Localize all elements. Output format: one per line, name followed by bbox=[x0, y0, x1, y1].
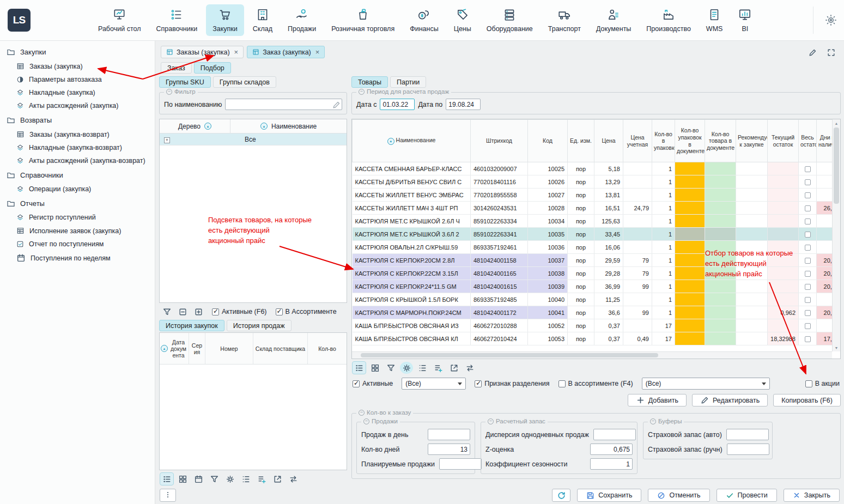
status-select[interactable]: (Все) bbox=[402, 378, 466, 390]
stock-checkbox[interactable] bbox=[805, 336, 811, 342]
sidebar-item[interactable]: Заказы (закупка) bbox=[0, 59, 155, 73]
active-f6-checkbox[interactable]: Активные (F6) bbox=[212, 308, 267, 315]
collapse-icon[interactable] bbox=[359, 410, 365, 416]
module-tab-finance[interactable]: Финансы bbox=[403, 4, 445, 36]
left-tab-1[interactable]: Группы складов bbox=[213, 76, 276, 88]
history-column-header[interactable]: Номер bbox=[205, 333, 253, 364]
column-header-recommended[interactable]: Рекомендуемое к закупке bbox=[736, 120, 768, 162]
history-list-button[interactable] bbox=[160, 473, 173, 485]
name-filter-input[interactable] bbox=[225, 99, 342, 110]
collapse-all-icon[interactable] bbox=[176, 306, 189, 318]
sidebar-item[interactable]: Акты расхождений (закупка) bbox=[0, 99, 155, 112]
sales-input-2[interactable] bbox=[439, 458, 482, 470]
product-row[interactable]: КАССЕТЫ ЖИЛЛЕТТ ВЕНУС ЭМБРАС770201895555… bbox=[353, 189, 839, 202]
close-tab-icon[interactable]: × bbox=[234, 48, 239, 56]
module-tab-equipment[interactable]: Оборудование bbox=[480, 4, 539, 36]
scroll-up-icon[interactable]: ▲ bbox=[833, 119, 840, 127]
stock-checkbox[interactable] bbox=[805, 232, 811, 238]
column-header-price[interactable]: Цена bbox=[594, 120, 623, 162]
date-from-input[interactable] bbox=[380, 99, 415, 110]
collapse-icon[interactable] bbox=[488, 418, 494, 424]
history-numlist-button[interactable] bbox=[239, 473, 252, 485]
refresh-button[interactable] bbox=[552, 489, 570, 502]
menu-button[interactable] bbox=[160, 489, 176, 502]
calc-input-2[interactable] bbox=[590, 458, 633, 470]
sidebar-item[interactable]: Отчет по поступлениям bbox=[0, 238, 155, 251]
product-row[interactable]: КАСТРЮЛЯ МЕТ.С КРЫШКОЙ 3.6Л 285910222633… bbox=[353, 228, 839, 241]
module-tab-transport[interactable]: Транспорт bbox=[542, 4, 587, 36]
table-addlist-button[interactable] bbox=[432, 362, 445, 374]
add-button[interactable]: Добавить bbox=[628, 394, 687, 406]
stock-checkbox[interactable] bbox=[805, 245, 811, 251]
sidebar-item[interactable]: Исполнение заявок (закупка) bbox=[0, 224, 155, 238]
module-tab-warehouse[interactable]: Склад bbox=[246, 4, 279, 36]
horizontal-scrollbar[interactable] bbox=[352, 351, 832, 359]
expand-node-icon[interactable]: + bbox=[164, 137, 170, 143]
assortment-select[interactable]: (Все) bbox=[642, 378, 770, 390]
stock-checkbox[interactable] bbox=[805, 310, 811, 316]
sidebar-group-1[interactable]: Возвраты bbox=[0, 112, 155, 127]
sort-icon[interactable]: ▲ bbox=[204, 123, 211, 130]
sidebar-group-2[interactable]: Справочники bbox=[0, 167, 155, 183]
history-export-button[interactable] bbox=[271, 473, 284, 485]
filter-icon[interactable] bbox=[160, 306, 173, 318]
collapse-icon[interactable] bbox=[166, 89, 172, 95]
name-column-header[interactable]: ▲ Наименование bbox=[230, 119, 347, 133]
column-header-name[interactable]: ▲ Наименование bbox=[353, 120, 471, 162]
sidebar-item[interactable]: Регистр поступлений bbox=[0, 211, 155, 224]
column-header-pack_qty[interactable]: Кол-во в упаковке bbox=[652, 120, 675, 162]
history-column-header[interactable]: Склад поставщика bbox=[253, 333, 308, 364]
table-swap-button[interactable] bbox=[463, 362, 476, 374]
product-row[interactable]: КАСТРЮЛЯ С КРЫШКОЙ 1.5Л БОРК869335719248… bbox=[353, 293, 839, 306]
tree-row-all[interactable]: + Все bbox=[160, 133, 347, 145]
close-button[interactable]: Закрыть bbox=[784, 489, 840, 502]
column-header-code[interactable]: Код bbox=[528, 120, 568, 162]
scrollbar-thumb[interactable] bbox=[361, 353, 658, 357]
stock-checkbox[interactable] bbox=[805, 205, 811, 211]
copy-button[interactable]: Копировать (F6) bbox=[773, 394, 841, 406]
stock-checkbox[interactable] bbox=[805, 179, 811, 185]
history-column-header[interactable]: Серия bbox=[189, 333, 205, 364]
stock-checkbox[interactable] bbox=[805, 258, 811, 264]
edit-button[interactable]: Редактировать bbox=[692, 394, 768, 406]
module-tab-wms[interactable]: WMS bbox=[700, 4, 730, 36]
module-tab-bi[interactable]: BI bbox=[731, 4, 758, 36]
table-export-button[interactable] bbox=[447, 362, 460, 374]
column-header-current_stock[interactable]: Текущий остаток bbox=[768, 120, 799, 162]
history-calendar-button[interactable] bbox=[192, 473, 205, 485]
sort-icon[interactable]: ▲ bbox=[161, 345, 168, 352]
history-swap-button[interactable] bbox=[287, 473, 300, 485]
stock-checkbox[interactable] bbox=[805, 192, 811, 198]
stock-checkbox[interactable] bbox=[805, 323, 811, 329]
sales-input-0[interactable] bbox=[428, 429, 470, 440]
history-column-header[interactable]: ▲Дата документа bbox=[160, 333, 189, 364]
assortment-f4-checkbox[interactable]: В ассортименте (F4) bbox=[558, 380, 633, 387]
stock-checkbox[interactable] bbox=[805, 218, 811, 224]
column-header-barcode[interactable]: Штрихкод bbox=[471, 120, 528, 162]
column-header-whole_stock[interactable]: Весь остаток bbox=[799, 120, 817, 162]
table-list-button[interactable] bbox=[353, 362, 366, 374]
history-addlist-button[interactable] bbox=[255, 473, 268, 485]
product-row[interactable]: КАША Б/ПР.БЫСТРОВ ОВСЯНАЯ КЛ460627201042… bbox=[353, 332, 839, 345]
history-tab-1[interactable]: История продаж bbox=[227, 320, 292, 331]
right-tab-0[interactable]: Товары bbox=[351, 76, 388, 88]
sidebar-group-0[interactable]: Закупки bbox=[0, 44, 155, 59]
table-grid-button[interactable] bbox=[368, 362, 381, 374]
module-tab-purchases[interactable]: Закупки bbox=[206, 4, 244, 36]
promo-checkbox[interactable]: В акции bbox=[805, 380, 840, 387]
product-row[interactable]: КАСТРЮЛЯ С КЕР.ПОКР.20СМ 2.8Л48104240011… bbox=[353, 254, 839, 267]
post-button[interactable]: Провести bbox=[717, 489, 777, 502]
close-tab-icon[interactable]: × bbox=[315, 48, 320, 56]
stock-checkbox[interactable] bbox=[805, 284, 811, 290]
doc-tab-1[interactable]: Заказ (закупка)× bbox=[247, 46, 325, 58]
product-row[interactable]: КАША Б/ПР.БЫСТРОВ ОВСЯНАЯ ИЗ460627201028… bbox=[353, 319, 839, 332]
history-column-header[interactable]: Кол-во bbox=[308, 333, 347, 364]
collapse-icon[interactable] bbox=[359, 89, 365, 95]
stock-checkbox[interactable] bbox=[805, 271, 811, 277]
sub-tab-1[interactable]: Подбор bbox=[194, 62, 231, 74]
history-funnel-button[interactable] bbox=[208, 473, 221, 485]
left-tab-0[interactable]: Группы SKU bbox=[159, 76, 211, 88]
product-row[interactable]: КАСТРЮЛЯ ОВАЛЬН.2Л С/КРЫШ.59869335719246… bbox=[353, 241, 839, 254]
module-tab-sales[interactable]: Продажи bbox=[281, 4, 323, 36]
module-tab-production[interactable]: Производство bbox=[640, 4, 697, 36]
